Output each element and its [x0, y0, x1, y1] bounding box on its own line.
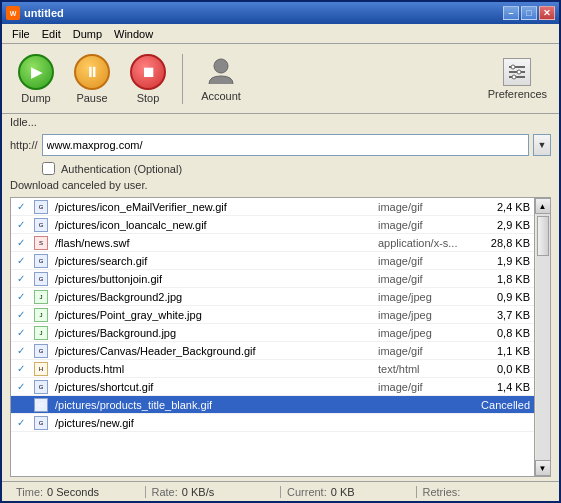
- time-value: 0 Seconds: [47, 486, 99, 498]
- file-list-inner: ✓G/pictures/icon_eMailVerifier_new.gifim…: [11, 198, 550, 476]
- url-input[interactable]: [42, 134, 529, 156]
- pause-label: Pause: [76, 92, 107, 104]
- file-list-container[interactable]: ✓G/pictures/icon_eMailVerifier_new.gifim…: [10, 197, 551, 477]
- file-type-icon-cell: H: [31, 362, 51, 376]
- check-cell: ✓: [11, 273, 31, 284]
- file-size-cell: 1,9 KB: [474, 255, 534, 267]
- file-type-cell: text/html: [374, 363, 474, 375]
- file-type-cell: image/jpeg: [374, 327, 474, 339]
- stop-label: Stop: [137, 92, 160, 104]
- dump-button[interactable]: ▶ Dump: [10, 50, 62, 108]
- minimize-button[interactable]: –: [503, 6, 519, 20]
- gif-icon: G: [34, 218, 48, 232]
- check-cell: ✓: [11, 237, 31, 248]
- file-size-cell: 0,9 KB: [474, 291, 534, 303]
- table-row[interactable]: ✓G/pictures/icon_loancalc_new.gifimage/g…: [11, 216, 534, 234]
- table-row[interactable]: ✓G/pictures/shortcut.gifimage/gif1,4 KB: [11, 378, 534, 396]
- account-button[interactable]: Account: [191, 52, 251, 106]
- file-name-cell: /pictures/Background2.jpg: [51, 291, 374, 303]
- close-button[interactable]: ✕: [539, 6, 555, 20]
- file-type-icon-cell: J: [31, 308, 51, 322]
- menu-edit[interactable]: Edit: [36, 26, 67, 42]
- html-icon: H: [34, 362, 48, 376]
- check-cell: ✓: [11, 381, 31, 392]
- file-size-cell: 1,1 KB: [474, 345, 534, 357]
- table-row[interactable]: ✓J/pictures/Background2.jpgimage/jpeg0,9…: [11, 288, 534, 306]
- maximize-button[interactable]: □: [521, 6, 537, 20]
- scroll-down-button[interactable]: ▼: [535, 460, 551, 476]
- gif-icon: G: [34, 344, 48, 358]
- preferences-button[interactable]: Preferences: [484, 54, 551, 104]
- url-protocol: http://: [10, 139, 38, 151]
- file-type-cell: image/gif: [374, 255, 474, 267]
- file-type-icon-cell: G: [31, 200, 51, 214]
- svg-point-2: [214, 59, 228, 73]
- table-row[interactable]: ✓G/pictures/icon_eMailVerifier_new.gifim…: [11, 198, 534, 216]
- table-row[interactable]: ✓G/pictures/buttonjoin.gifimage/gif1,8 K…: [11, 270, 534, 288]
- check-cell: ✓: [11, 417, 31, 428]
- time-segment: Time: 0 Seconds: [10, 486, 146, 498]
- scroll-track: [536, 214, 550, 460]
- file-type-icon-cell: J: [31, 290, 51, 304]
- gif-icon: G: [34, 272, 48, 286]
- jpg-icon: J: [34, 308, 48, 322]
- file-type-icon-cell: G: [31, 218, 51, 232]
- table-row[interactable]: ✓G/pictures/search.gifimage/gif1,9 KB: [11, 252, 534, 270]
- check-cell: ✓: [11, 291, 31, 302]
- scrollbar[interactable]: ▲ ▼: [534, 198, 550, 476]
- table-row[interactable]: ✓J/pictures/Point_gray_white.jpgimage/jp…: [11, 306, 534, 324]
- scroll-up-button[interactable]: ▲: [535, 198, 551, 214]
- check-cell: ✓: [11, 219, 31, 230]
- stop-button[interactable]: ⏹ Stop: [122, 50, 174, 108]
- preferences-icon: [503, 58, 531, 86]
- auth-label: Authentication (Optional): [61, 163, 182, 175]
- table-row[interactable]: ✓G/pictures/new.gif: [11, 414, 534, 432]
- file-name-cell: /pictures/Background.jpg: [51, 327, 374, 339]
- file-type-icon-cell: G: [31, 398, 51, 412]
- retries-segment: Retries:: [417, 486, 552, 498]
- svg-text:W: W: [10, 10, 17, 17]
- menu-file[interactable]: File: [6, 26, 36, 42]
- rate-value: 0 KB/s: [182, 486, 214, 498]
- toolbar-separator: [182, 54, 183, 104]
- check-cell: ✓: [11, 309, 31, 320]
- menu-dump[interactable]: Dump: [67, 26, 108, 42]
- gif-icon: G: [34, 380, 48, 394]
- title-bar: W untitled – □ ✕: [2, 2, 559, 24]
- current-value: 0 KB: [331, 486, 355, 498]
- table-row[interactable]: ✓G/pictures/Canvas/Header_Background.gif…: [11, 342, 534, 360]
- file-name-cell: /pictures/buttonjoin.gif: [51, 273, 374, 285]
- toolbar-right: Preferences: [484, 54, 551, 104]
- file-name-cell: /pictures/new.gif: [51, 417, 374, 429]
- auth-row: Authentication (Optional): [2, 160, 559, 177]
- table-row[interactable]: ✓J/pictures/Background.jpgimage/jpeg0,8 …: [11, 324, 534, 342]
- file-type-cell: image/gif: [374, 219, 474, 231]
- app-icon: W: [6, 6, 20, 20]
- person-svg: [205, 56, 237, 88]
- pause-button[interactable]: ⏸ Pause: [66, 50, 118, 108]
- svg-point-6: [511, 65, 515, 69]
- file-type-icon-cell: J: [31, 326, 51, 340]
- file-type-cell: image/gif: [374, 345, 474, 357]
- menu-window[interactable]: Window: [108, 26, 159, 42]
- table-row[interactable]: ✓S/flash/news.swfapplication/x-s...28,8 …: [11, 234, 534, 252]
- auth-checkbox[interactable]: [42, 162, 55, 175]
- gif-icon: G: [34, 200, 48, 214]
- file-name-cell: /pictures/icon_loancalc_new.gif: [51, 219, 374, 231]
- url-dropdown[interactable]: ▼: [533, 134, 551, 156]
- file-size-cell: Cancelled: [474, 399, 534, 411]
- rate-label: Rate:: [152, 486, 178, 498]
- file-name-cell: /pictures/search.gif: [51, 255, 374, 267]
- file-size-cell: 0,8 KB: [474, 327, 534, 339]
- file-size-cell: 3,7 KB: [474, 309, 534, 321]
- window-title: untitled: [24, 7, 64, 19]
- file-name-cell: /pictures/Point_gray_white.jpg: [51, 309, 374, 321]
- file-name-cell: /products.html: [51, 363, 374, 375]
- file-type-icon-cell: G: [31, 254, 51, 268]
- scroll-thumb[interactable]: [537, 216, 549, 256]
- rate-segment: Rate: 0 KB/s: [146, 486, 282, 498]
- current-label: Current:: [287, 486, 327, 498]
- table-row[interactable]: G/pictures/products_title_blank.gifCance…: [11, 396, 534, 414]
- retries-label: Retries:: [423, 486, 461, 498]
- table-row[interactable]: ✓H/products.htmltext/html0,0 KB: [11, 360, 534, 378]
